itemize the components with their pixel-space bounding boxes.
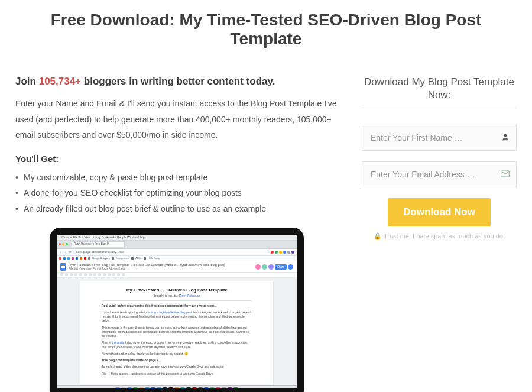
youll-get-heading: You'll Get: <box>15 154 338 164</box>
mail-icon <box>501 170 510 179</box>
mac-menus: Chrome File Edit View History Bookmarks … <box>61 235 145 239</box>
docs-icon <box>60 263 66 271</box>
download-button[interactable]: Download Now <box>388 198 491 226</box>
benefit-item: An already filled out blog post brief & … <box>15 201 338 217</box>
mac-menubar: Chrome File Edit View History Bookmarks … <box>57 235 297 241</box>
user-icon <box>501 133 510 143</box>
doc-para: This template is the copy & paste format… <box>102 326 252 339</box>
doc-author-link: Ryan Robinson <box>179 294 200 297</box>
join-suffix: bloggers in writing better content today… <box>81 76 275 87</box>
gdoc-title: Ryan Robinson's Free Blog Post Template … <box>69 263 253 267</box>
trust-text: 🔒Trust me, I hate spam as much as you do… <box>362 232 517 240</box>
bookmark-label: Ability <box>135 257 142 260</box>
bookmark-label: Hello Comp <box>148 257 160 260</box>
join-prefix: Join <box>15 76 39 87</box>
browser-tabstrip: Ryan Robinson's Free Blog P… <box>57 241 297 249</box>
doc-intro-bold: Real quick before repurposing this free … <box>102 304 252 308</box>
bookmark-label: Google Analytics <box>92 257 110 260</box>
bookmarks-bar: Google Analytics Entrepreneur Ability He… <box>57 256 297 261</box>
doc-para: File → Make a copy… and save a version o… <box>102 372 252 376</box>
trust-label: Trust me, I hate spam as much as you do. <box>384 232 505 239</box>
doc-sub-prefix: Brought to you by: <box>153 294 179 297</box>
browser-tab: Ryan Robinson's Free Blog P… <box>72 241 125 247</box>
join-count: 105,734+ <box>39 76 81 87</box>
svg-point-0 <box>504 134 507 137</box>
form-title: Download My Blog Post Template Now: <box>362 76 517 102</box>
page-title: Free Download: My Time-Tested SEO-Driven… <box>15 11 517 48</box>
doc-para: To make a copy of this document so you c… <box>102 365 252 369</box>
laptop-mockup: Chrome File Edit View History Bookmarks … <box>15 228 338 392</box>
share-button: Share <box>275 264 287 270</box>
intro-paragraph: Enter your Name and Email & I'll send yo… <box>15 96 338 143</box>
collaborator-avatars: Share <box>255 264 293 270</box>
gdoc-header: Ryan Robinson's Free Blog Post Template … <box>57 261 297 273</box>
doc-para: Plus, in the guide I also cover the exac… <box>102 341 252 349</box>
browser-toolbar: ‹ › ⟳ docs.google.com/document/d/1Xy…/ed… <box>57 249 297 256</box>
window-controls <box>59 243 68 245</box>
benefit-item: My customizable, copy & paste blog post … <box>15 170 338 186</box>
doc-subheading: Brought to you by: Ryan Robinson <box>102 294 252 297</box>
benefits-list: My customizable, copy & paste blog post … <box>15 170 338 217</box>
email-field[interactable] <box>362 161 517 187</box>
doc-para: If you haven't read my full guide to wri… <box>102 310 252 323</box>
reload-icon: ⟳ <box>69 251 72 254</box>
doc-para-bold: This blog post template starts on page 2… <box>102 358 252 362</box>
lock-icon: 🔒 <box>374 232 382 239</box>
doc-heading: My Time-Tested SEO-Driven Blog Post Temp… <box>102 287 252 293</box>
back-icon: ‹ <box>59 251 62 254</box>
join-headline: Join 105,734+ bloggers in writing better… <box>15 76 338 88</box>
benefit-item: A done-for-you SEO checklist for optimiz… <box>15 185 338 201</box>
doc-para: Now without further delay, thank you for… <box>102 352 252 356</box>
forward-icon: › <box>64 251 67 254</box>
first-name-field[interactable] <box>362 125 517 151</box>
signup-form: Download My Blog Post Template Now: Down… <box>362 76 517 240</box>
mac-dock <box>57 385 297 388</box>
extensions <box>271 251 294 254</box>
bookmark-label: Entrepreneur <box>116 257 129 260</box>
main-copy-column: Join 105,734+ bloggers in writing better… <box>15 76 338 392</box>
gdoc-page: My Time-Tested SEO-Driven Blog Post Temp… <box>80 281 273 385</box>
gdoc-toolbar <box>57 273 297 278</box>
gdoc-menus: File Edit View Insert Format Tools Add-o… <box>69 267 253 270</box>
address-bar: docs.google.com/document/d/1Xy…/edit <box>73 250 269 254</box>
form-divider <box>362 108 517 108</box>
